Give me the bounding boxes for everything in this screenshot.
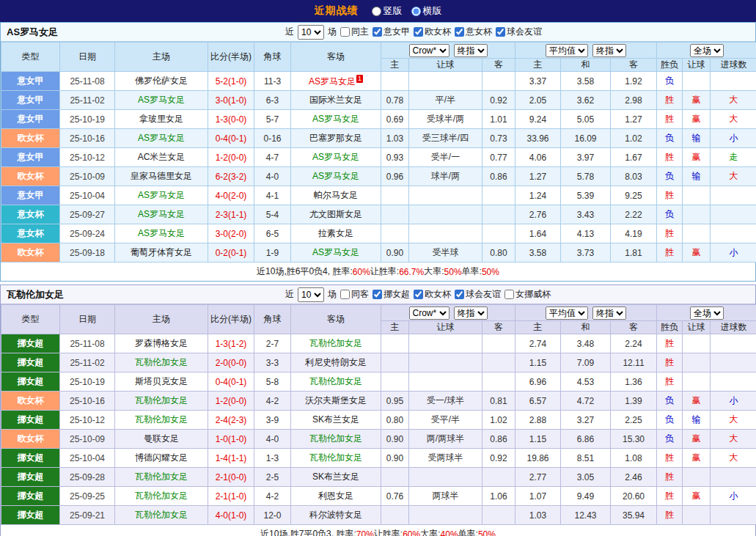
ah-source-select[interactable]: Crow* <box>409 306 449 320</box>
away-team[interactable]: 巴塞罗那女足 <box>309 133 362 143</box>
filter-checkbox-input[interactable] <box>414 290 423 299</box>
away-team[interactable]: 瓦勒伦加女足 <box>309 433 362 444</box>
away-team[interactable]: AS罗马女足 <box>312 247 359 257</box>
home-team[interactable]: AC米兰女足 <box>138 152 186 162</box>
filter-checkbox-input[interactable] <box>414 27 423 37</box>
away-team[interactable]: 拉素女足 <box>318 228 353 238</box>
scope-select[interactable]: 全场 <box>690 44 724 57</box>
home-team[interactable]: AS罗马女足 <box>138 133 185 143</box>
vertical-layout-radio[interactable] <box>372 7 381 16</box>
ah-time-select[interactable]: 终指 <box>454 44 488 57</box>
filter-checkbox[interactable]: 欧女杯 <box>414 288 451 301</box>
goals-result-flag <box>711 334 756 353</box>
away-team[interactable]: SK布兰女足 <box>312 471 359 482</box>
home-team[interactable]: AS罗马女足 <box>138 190 185 200</box>
eu-time-select[interactable]: 终指 <box>592 306 626 320</box>
filter-checkbox-input[interactable] <box>373 290 382 299</box>
filter-checkbox-input[interactable] <box>340 290 350 299</box>
filter-checkbox[interactable]: 女挪威杯 <box>504 288 551 301</box>
score: 2-4(2-3) <box>208 411 254 430</box>
handicap-odds: 受半球 <box>409 243 482 263</box>
home-team[interactable]: 拿玻里女足 <box>139 114 183 124</box>
home-team[interactable]: 葡萄牙体育女足 <box>131 247 192 257</box>
filter-checkbox-input[interactable] <box>496 27 505 37</box>
column-header: 客场 <box>291 43 381 72</box>
filter-checkbox[interactable]: 意女甲 <box>373 26 410 38</box>
handicap-result-flag <box>683 353 711 372</box>
scope-select[interactable]: 全场 <box>690 306 724 320</box>
home-team[interactable]: 瓦勒伦加女足 <box>135 491 188 501</box>
score: 1-3(1-2) <box>208 334 254 353</box>
away-team[interactable]: AS罗马女足 <box>312 114 359 124</box>
home-team[interactable]: AS罗马女足 <box>138 209 185 219</box>
layout-option-vertical[interactable]: 竖版 <box>372 4 403 18</box>
ah-source-select[interactable]: Crow* <box>409 44 449 57</box>
away-team-cell: 帕尔马女足 <box>291 186 381 205</box>
home-team[interactable]: 佛罗伦萨女足 <box>135 76 188 86</box>
filter-checkbox[interactable]: 同客 <box>340 288 369 301</box>
layout-option-horizontal[interactable]: 横版 <box>411 4 442 18</box>
home-team[interactable]: 罗森博格女足 <box>135 338 188 348</box>
home-team[interactable]: 皇家马德里女足 <box>131 171 192 181</box>
eu-source-select[interactable]: 平均值 <box>546 44 588 57</box>
home-team-cell: 博德闪耀女足 <box>115 449 208 468</box>
column-header: 角球 <box>254 43 291 72</box>
filter-checkbox-input[interactable] <box>455 290 464 299</box>
euro-odds: 3.05 <box>561 468 611 487</box>
away-team[interactable]: 科尔波特女足 <box>309 510 362 520</box>
filter-checkbox[interactable]: 球会友谊 <box>455 288 501 301</box>
home-team-cell: 拿玻里女足 <box>115 110 208 129</box>
home-team[interactable]: 瓦勒伦加女足 <box>135 395 188 405</box>
away-team[interactable]: AS罗马女足 <box>309 76 356 87</box>
home-team[interactable]: 斯塔贝克女足 <box>135 376 188 386</box>
away-team[interactable]: 帕尔马女足 <box>314 190 358 200</box>
away-team[interactable]: 利尼史特朗女足 <box>305 357 367 367</box>
filter-checkbox[interactable]: 挪女超 <box>373 288 410 301</box>
summary-value: 50% <box>478 529 496 536</box>
eu-source-select[interactable]: 平均值 <box>546 306 588 320</box>
home-team[interactable]: 瓦勒伦加女足 <box>135 510 188 520</box>
home-team[interactable]: 瓦勒伦加女足 <box>135 414 188 425</box>
eu-time-select[interactable]: 终指 <box>592 44 626 57</box>
home-team[interactable]: AS罗马女足 <box>138 95 185 105</box>
home-team[interactable]: AS罗马女足 <box>138 228 185 238</box>
away-team[interactable]: 瓦勒伦加女足 <box>309 338 362 348</box>
horizontal-layout-radio[interactable] <box>411 7 421 16</box>
home-team-cell: AS罗马女足 <box>115 186 208 205</box>
goals-result-flag: 大 <box>711 91 756 110</box>
filter-checkbox-input[interactable] <box>373 27 382 37</box>
match-date: 25-11-02 <box>60 91 115 110</box>
away-team[interactable]: 尤文图斯女足 <box>309 209 362 219</box>
euro-odds: 2.22 <box>611 205 657 224</box>
summary-label: 近10场,胜7平0负3, 胜率: <box>260 528 356 536</box>
away-team[interactable]: 沃尔夫斯堡女足 <box>305 395 367 405</box>
away-team[interactable]: 瓦勒伦加女足 <box>309 452 362 463</box>
handicap-result-flag <box>683 224 711 243</box>
away-team[interactable]: 瓦勒伦加女足 <box>309 376 362 386</box>
away-team[interactable]: AS罗马女足 <box>312 171 359 181</box>
away-team-cell: AS罗马女足 <box>291 110 381 129</box>
away-team[interactable]: 国际米兰女足 <box>309 95 362 105</box>
score: 3-0(2-0) <box>208 224 254 243</box>
filter-checkbox-input[interactable] <box>455 27 464 37</box>
filter-checkbox-input[interactable] <box>504 290 514 299</box>
away-team[interactable]: AS罗马女足 <box>312 152 359 162</box>
home-team[interactable]: 瓦勒伦加女足 <box>135 357 188 367</box>
home-team[interactable]: 瓦勒伦加女足 <box>135 471 188 482</box>
home-team[interactable]: 博德闪耀女足 <box>135 452 188 463</box>
filter-checkbox[interactable]: 意女杯 <box>455 26 492 38</box>
summary-label: 单率: <box>458 528 478 536</box>
filter-checkbox[interactable]: 球会友谊 <box>496 26 542 38</box>
home-team[interactable]: 曼联女足 <box>144 433 179 444</box>
corner-count: 5-7 <box>254 110 291 129</box>
away-team[interactable]: SK布兰女足 <box>312 414 359 425</box>
filter-checkbox[interactable]: 同主 <box>340 26 369 38</box>
filter-checkbox[interactable]: 欧女杯 <box>414 26 451 38</box>
away-team[interactable]: 利恩女足 <box>318 491 353 501</box>
euro-odds: 1.02 <box>611 129 657 148</box>
match-count-select[interactable]: 10 <box>298 287 324 302</box>
filter-checkbox-input[interactable] <box>340 27 350 37</box>
ah-time-select[interactable]: 终指 <box>454 306 488 320</box>
dropdown-header-cell: 平均值终指 <box>515 305 657 321</box>
match-count-select[interactable]: 10 <box>298 25 324 40</box>
